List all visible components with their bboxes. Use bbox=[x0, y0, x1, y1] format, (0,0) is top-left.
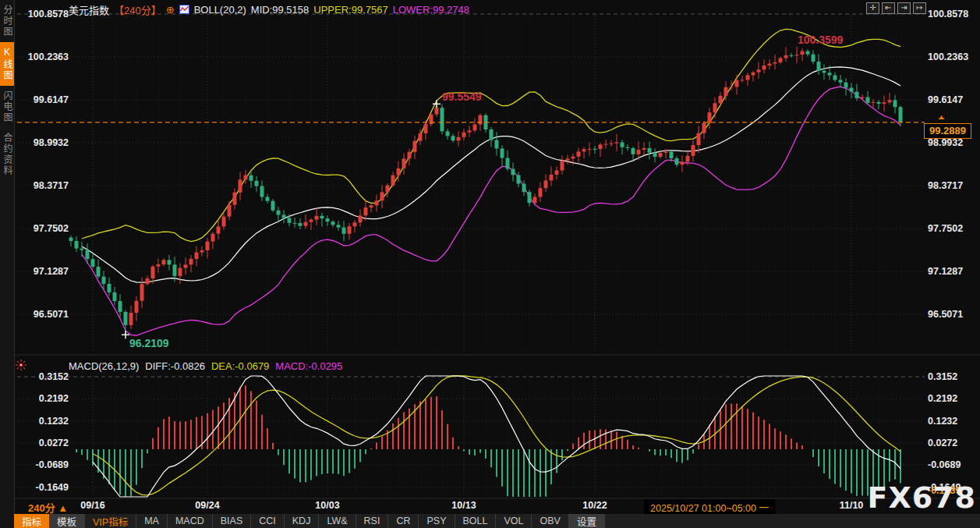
price-axis-label-left: 99.6147 bbox=[20, 94, 69, 105]
candlestick-chart-canvas[interactable]: 99.5549100.359996.2109 bbox=[0, 0, 980, 528]
fx678-watermark: FX678 bbox=[867, 480, 976, 515]
chart-type-sidebar: 分时图K线图闪电图合约资料 bbox=[0, 0, 15, 528]
macd-label: MACD(26,12,9) bbox=[69, 360, 139, 372]
price-axis-label-left: 100.2363 bbox=[20, 51, 69, 62]
date-tick-label: 10/22 bbox=[582, 500, 607, 511]
date-tick-label: 10/13 bbox=[451, 500, 476, 511]
price-axis-label-right: 99.6147 bbox=[928, 94, 963, 105]
toolbar-button-MA[interactable]: MA bbox=[136, 514, 168, 528]
macd-axis-label-left: -0.1649 bbox=[20, 482, 69, 493]
period-selector-arrow-icon: ▲ bbox=[58, 502, 68, 514]
goto-latest-icon[interactable]: ↦ bbox=[913, 2, 926, 14]
macd-header: MACD(26,12,9) DIFF:-0.0826 DEA:-0.0679 M… bbox=[69, 360, 342, 372]
price-axis-label-right: 98.3717 bbox=[928, 180, 963, 191]
boll-label: BOLL(20,2) bbox=[194, 4, 246, 16]
boll-indicator-icon bbox=[179, 5, 189, 14]
price-axis-label-left: 97.1287 bbox=[20, 266, 69, 277]
chart-window: 99.5549100.359996.2109 分时图K线图闪电图合约资料 美元指… bbox=[0, 0, 980, 528]
collapse-indicator-icon[interactable]: ⊕ bbox=[166, 5, 175, 14]
toolbar-button-BIAS[interactable]: BIAS bbox=[213, 514, 252, 528]
sidebar-tab-分时图[interactable]: 分时图 bbox=[0, 0, 14, 42]
indicator-toolbar: 指标模板VIP指标MAMACDBIASCCIKDJLW&RSICRPSYBOLL… bbox=[14, 514, 980, 528]
boll-mid-value: MID:99.5158 bbox=[251, 4, 309, 16]
macd-axis-label-left: 0.2192 bbox=[20, 393, 69, 404]
macd-axis-label-left: 0.3152 bbox=[20, 371, 69, 382]
date-tick-label: 11/10 bbox=[840, 500, 864, 511]
toolbar-button-MACD[interactable]: MACD bbox=[168, 514, 213, 528]
expand-x-icon[interactable]: ⇥ bbox=[897, 2, 911, 14]
high-price-annotation: 99.5549 bbox=[442, 90, 482, 103]
period-high-annotation: 100.3599 bbox=[798, 34, 844, 46]
toolbar-button-VIP指标[interactable]: VIP指标 bbox=[85, 514, 136, 528]
period-selector-label: 240分 bbox=[28, 502, 55, 514]
toolbar-button-RSI[interactable]: RSI bbox=[356, 514, 389, 528]
price-axis-label-right: 98.9932 bbox=[928, 137, 963, 148]
macd-axis-label-left: -0.0689 bbox=[20, 459, 69, 470]
symbol-name: 美元指数 bbox=[69, 2, 109, 17]
toolbar-button-模板[interactable]: 模板 bbox=[49, 514, 85, 528]
period-badge: 【240分】 bbox=[114, 2, 161, 17]
price-axis-label-left: 96.5071 bbox=[20, 309, 69, 320]
price-axis-label-right: 97.1287 bbox=[928, 266, 963, 277]
date-tick-label: 09/16 bbox=[80, 500, 104, 511]
chart-header: 美元指数 【240分】 ⊕ BOLL(20,2) MID:99.5158 UPP… bbox=[69, 3, 469, 16]
price-axis-label-right: 96.5071 bbox=[928, 309, 963, 320]
price-axis-label-left: 100.8578 bbox=[20, 9, 69, 19]
price-axis-label-right: 100.8578 bbox=[928, 9, 968, 19]
macd-axis-label-right: 0.1232 bbox=[928, 416, 957, 427]
macd-axis-label-right: 0.0272 bbox=[928, 438, 957, 448]
toolbar-button-BOLL[interactable]: BOLL bbox=[455, 514, 497, 528]
price-axis-label-right: 97.7502 bbox=[928, 223, 963, 234]
toolbar-button-设置[interactable]: 设置 bbox=[569, 514, 605, 528]
macd-diff-value: DIFF:-0.0826 bbox=[145, 360, 205, 372]
low-price-annotation: 96.2109 bbox=[129, 337, 169, 349]
sidebar-tab-合约资料[interactable]: 合约资料 bbox=[0, 128, 14, 181]
sidebar-tab-K线图[interactable]: K线图 bbox=[0, 42, 14, 86]
price-axis-label-right: 100.2363 bbox=[928, 51, 968, 62]
current-price-badge: 99.2889 bbox=[924, 123, 971, 139]
macd-axis-label-left: 0.1232 bbox=[20, 416, 69, 427]
compress-x-icon[interactable]: ⇤ bbox=[882, 2, 895, 14]
toolbar-button-VOL[interactable]: VOL bbox=[496, 514, 532, 528]
period-selector[interactable]: 240分 ▲ bbox=[28, 500, 68, 515]
macd-dea-value: DEA:-0.0679 bbox=[211, 360, 269, 372]
price-axis-label-left: 98.9932 bbox=[20, 137, 69, 148]
date-tick-label: 10/03 bbox=[315, 500, 339, 511]
macd-axis-label-right: -0.0689 bbox=[928, 459, 961, 470]
toolbar-button-LW&[interactable]: LW& bbox=[319, 514, 356, 528]
move-chart-icon[interactable]: ✛ bbox=[866, 2, 879, 14]
macd-axis-label-right: 0.2192 bbox=[928, 393, 957, 404]
chart-toolbox: ✛⇤⇥↦ bbox=[866, 2, 926, 14]
toolbar-button-PSY[interactable]: PSY bbox=[419, 514, 455, 528]
toolbar-button-指标[interactable]: 指标 bbox=[14, 514, 49, 528]
toolbar-button-CR[interactable]: CR bbox=[388, 514, 419, 528]
macd-macd-value: MACD:-0.0295 bbox=[275, 360, 342, 372]
macd-axis-label-left: 0.0272 bbox=[20, 438, 69, 448]
sidebar-tab-闪电图[interactable]: 闪电图 bbox=[0, 86, 14, 128]
date-tick-label: 09/24 bbox=[195, 500, 219, 511]
macd-axis-label-right: 0.3152 bbox=[928, 371, 957, 382]
time-axis: 240分 ▲ 09/1609/2410/0310/1310/222025/10/… bbox=[14, 499, 980, 513]
price-axis-label-left: 97.7502 bbox=[20, 223, 69, 234]
toolbar-button-KDJ[interactable]: KDJ bbox=[285, 514, 320, 528]
toolbar-button-OBV[interactable]: OBV bbox=[532, 514, 568, 528]
price-axis-label-left: 98.3717 bbox=[20, 180, 69, 191]
indicator-settings-icon[interactable] bbox=[16, 360, 27, 370]
toolbar-button-CCI[interactable]: CCI bbox=[251, 514, 285, 528]
boll-lower-value: LOWER:99.2748 bbox=[393, 4, 469, 16]
boll-upper-value: UPPER:99.7567 bbox=[313, 4, 387, 16]
